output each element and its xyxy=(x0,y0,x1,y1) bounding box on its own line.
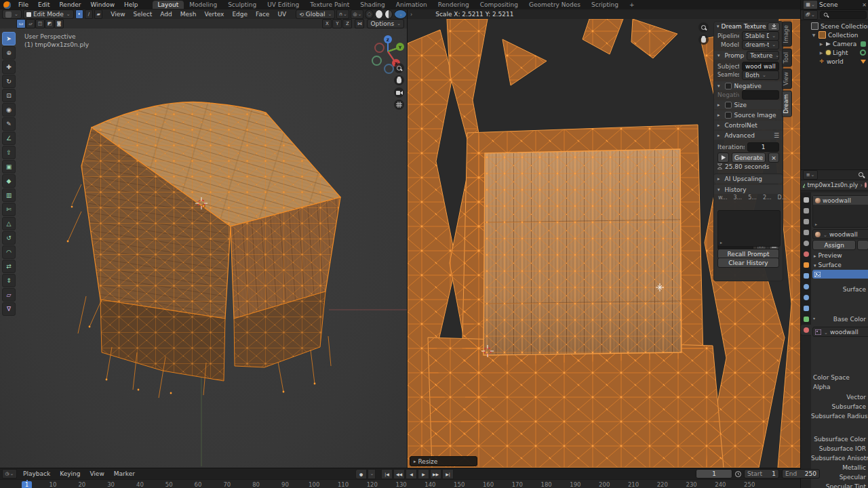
workspace-tab-modeling[interactable]: Modeling xyxy=(184,1,222,9)
tool-cursor[interactable]: ⊕ xyxy=(2,46,16,60)
workspace-tab-compositing[interactable]: Compositing xyxy=(475,1,524,9)
viewport-3d[interactable]: User Perspective (1) tmp0wx1zs0n.ply ➤⊕✚… xyxy=(0,28,407,468)
scene-icon[interactable]: ▦ xyxy=(803,0,818,9)
image-selector[interactable]: woodwall xyxy=(812,327,868,337)
uv-zoom-button[interactable] xyxy=(698,22,709,33)
tool-rotate[interactable]: ↻ xyxy=(2,75,16,88)
viewport-zoom-button[interactable] xyxy=(394,63,404,73)
topbar-menu-help[interactable]: Help xyxy=(119,1,143,8)
select-new-icon[interactable]: ▭ xyxy=(16,19,26,28)
properties-tab-render[interactable] xyxy=(801,205,811,216)
transport-button-next-keyframe[interactable]: ▶▶ xyxy=(430,469,441,479)
select-subtract-icon[interactable]: ◫ xyxy=(35,19,45,28)
topbar-menu-render[interactable]: Render xyxy=(55,1,86,8)
negative-input[interactable] xyxy=(742,90,779,100)
outliner-row-collection[interactable]: Collection xyxy=(801,30,868,39)
history-column-2[interactable]: 2... xyxy=(763,195,772,201)
clear-history-button[interactable]: Clear History xyxy=(717,258,779,268)
subject-input[interactable]: wood wall xyxy=(742,62,779,71)
preview-panel-header[interactable]: Preview xyxy=(814,252,842,259)
mode-dropdown[interactable]: Edit Mode xyxy=(23,9,74,19)
model-dropdown[interactable]: dream-textu... xyxy=(742,40,779,49)
sidebar-tab-dream[interactable]: Dream xyxy=(782,91,792,117)
workspace-tab-animation[interactable]: Animation xyxy=(391,1,433,9)
timeline-menu-keying[interactable]: Keying xyxy=(55,470,85,477)
properties-tab-tool[interactable] xyxy=(801,195,811,205)
properties-tab-modifiers[interactable] xyxy=(801,270,811,281)
tool-measure[interactable]: ∠ xyxy=(2,131,16,145)
tool-shear[interactable]: ▱ xyxy=(2,288,16,302)
download-model-button[interactable] xyxy=(768,22,780,31)
shading-solid-icon[interactable] xyxy=(375,9,383,19)
section-checkbox[interactable] xyxy=(725,102,732,108)
tool-bevel[interactable]: ◆ xyxy=(2,174,16,188)
viewport-menu-select[interactable]: Select xyxy=(130,11,157,18)
uv-header-expand-icon[interactable]: › xyxy=(410,12,412,18)
tool-select-box[interactable]: ➤ xyxy=(2,32,16,45)
collapsed-section-size[interactable]: Size xyxy=(714,100,783,109)
properties-tab-world[interactable] xyxy=(801,249,811,259)
surface-shader-button[interactable] xyxy=(812,270,868,279)
shading-material-icon[interactable] xyxy=(384,9,393,19)
timeline-menu-playback[interactable]: Playback xyxy=(18,470,55,477)
keying-set-dropdown[interactable] xyxy=(368,469,376,479)
seamless-dropdown[interactable]: Both xyxy=(742,70,779,80)
timeline-menu-view[interactable]: View xyxy=(85,470,108,477)
scene-name[interactable]: Scene xyxy=(819,1,837,8)
tool-transform[interactable]: ◉ xyxy=(2,103,16,117)
prompt-type-dropdown[interactable]: Texture xyxy=(747,51,779,60)
material-selector[interactable]: woodwall xyxy=(812,229,868,239)
mirror-toggle-y[interactable]: Y xyxy=(332,19,342,28)
sidebar-tab-view[interactable]: View xyxy=(782,68,792,89)
iterations-input[interactable]: 1 xyxy=(747,142,779,152)
properties-tab-scene[interactable] xyxy=(801,238,811,248)
workspace-tab-texture-paint[interactable]: Texture Paint xyxy=(304,1,355,9)
tool-scale[interactable]: ⊡ xyxy=(2,89,16,102)
tool-annotate[interactable]: ✎ xyxy=(2,117,16,131)
topbar-menu-file[interactable]: File xyxy=(14,1,33,8)
viewport-menu-add[interactable]: Add xyxy=(156,11,176,18)
negative-checkbox[interactable] xyxy=(725,83,732,89)
properties-editor-icon[interactable]: ≡ xyxy=(803,170,818,180)
generate-button[interactable]: Generate xyxy=(732,152,766,163)
shading-rendered-icon[interactable] xyxy=(394,9,407,19)
transport-button-play[interactable]: ▶ xyxy=(418,469,429,479)
symmetry-icon[interactable]: ⋈ xyxy=(355,19,364,28)
autokey-record-button[interactable]: ● xyxy=(355,469,367,479)
collapsed-section-advanced[interactable]: Advanced ☰ xyxy=(714,131,783,140)
operator-panel-resize[interactable]: Resize xyxy=(410,456,477,466)
workspace-tab-rendering[interactable]: Rendering xyxy=(433,1,475,9)
properties-tab-physics[interactable] xyxy=(801,292,811,302)
workspace-tab-[interactable]: + xyxy=(624,1,640,9)
timeline-menu-marker[interactable]: Marker xyxy=(109,470,140,477)
ai-upscaling-header[interactable]: AI Upscaling xyxy=(714,174,783,183)
select-mode-edge[interactable]: ∕ xyxy=(85,9,93,19)
frame-start-field[interactable]: Start1 xyxy=(744,469,779,479)
tool-extrude-region[interactable]: ⇧ xyxy=(2,146,16,159)
options-dropdown[interactable]: Options xyxy=(367,19,404,28)
transform-orientation-dropdown[interactable]: ⟲Global xyxy=(296,9,335,19)
sidebar-tab-tool[interactable]: Tool xyxy=(782,49,792,67)
breadcrumb-object[interactable]: tmp0wx1zs0n.ply xyxy=(807,182,858,188)
transport-button-jump-end[interactable]: ▶| xyxy=(442,469,454,479)
history-column-5[interactable]: 5... xyxy=(748,195,757,201)
tool-rip-region[interactable]: ∇ xyxy=(2,302,16,316)
viewport-menu-view[interactable]: View xyxy=(106,11,129,18)
material-slot[interactable]: woodwall xyxy=(813,196,868,205)
blender-logo-icon[interactable] xyxy=(3,1,11,9)
viewport-menu-face[interactable]: Face xyxy=(252,11,273,18)
history-column-w[interactable]: w... xyxy=(718,195,727,201)
material-slot-list[interactable]: woodwall ▸ xyxy=(812,195,868,228)
section-checkbox[interactable] xyxy=(725,112,732,119)
viewport-pan-button[interactable] xyxy=(394,75,404,85)
workspace-tab-sculpting[interactable]: Sculpting xyxy=(222,1,262,9)
properties-tab-particles[interactable] xyxy=(801,281,811,291)
outliner-display-mode-icon[interactable]: 🗗 xyxy=(803,10,818,20)
dream-panel-header[interactable]: Dream Texture xyxy=(714,22,783,31)
expand-icon[interactable] xyxy=(818,41,824,46)
sidebar-tab-image[interactable]: Image xyxy=(782,22,792,47)
surface-panel-header[interactable]: Surface xyxy=(814,262,842,268)
topbar-menu-edit[interactable]: Edit xyxy=(33,1,54,8)
expand-icon[interactable] xyxy=(818,50,824,55)
topbar-menu-window[interactable]: Window xyxy=(86,1,120,8)
